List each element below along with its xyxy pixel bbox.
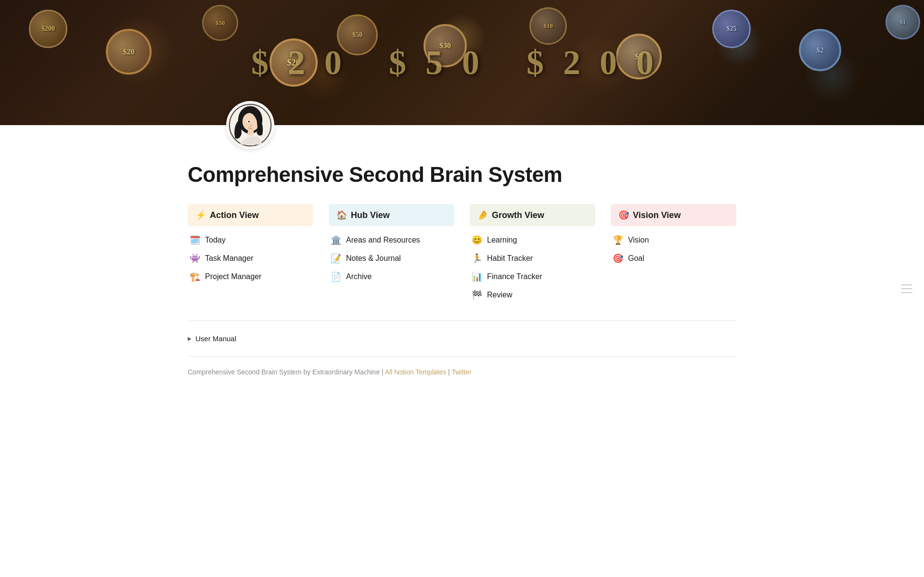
menu-item-emoji-action-2: 🏗️ xyxy=(190,271,201,282)
header-label-vision: Vision View xyxy=(633,210,680,220)
main-grid: ⚡Action View🗓️Today👾Task Manager🏗️Projec… xyxy=(188,204,736,305)
header-label-action: Action View xyxy=(210,210,259,220)
menu-item-label-hub-2: Archive xyxy=(346,272,372,281)
menu-item-emoji-growth-1: 🏃 xyxy=(472,253,483,264)
header-emoji-growth: 🤌 xyxy=(477,210,488,220)
scroll-line-1 xyxy=(901,284,912,285)
menu-item-hub-0[interactable]: 🏛️Areas and Resources xyxy=(329,232,454,248)
menu-item-hub-1[interactable]: 📝Notes & Journal xyxy=(329,250,454,267)
menu-item-label-hub-1: Notes & Journal xyxy=(346,254,401,263)
menu-item-action-1[interactable]: 👾Task Manager xyxy=(188,250,313,267)
menu-item-action-0[interactable]: 🗓️Today xyxy=(188,232,313,248)
scroll-line-3 xyxy=(901,292,912,293)
header-emoji-action: ⚡ xyxy=(195,210,206,220)
menu-item-label-action-2: Project Manager xyxy=(205,272,261,281)
menu-item-emoji-hub-0: 🏛️ xyxy=(331,235,342,245)
menu-item-emoji-growth-3: 🏁 xyxy=(472,290,483,300)
footer-link-twitter[interactable]: Twitter xyxy=(451,368,471,376)
column-header-hub[interactable]: 🏠Hub View xyxy=(329,204,454,226)
divider-2 xyxy=(188,356,736,357)
menu-item-hub-2[interactable]: 📄Archive xyxy=(329,269,454,285)
menu-item-emoji-growth-0: 😊 xyxy=(472,235,483,245)
divider-1 xyxy=(188,321,736,321)
footer: Comprehensive Second Brain System by Ext… xyxy=(188,368,736,376)
column-hub: 🏠Hub View🏛️Areas and Resources📝Notes & J… xyxy=(329,204,454,305)
menu-item-emoji-hub-1: 📝 xyxy=(331,253,342,264)
menu-item-vision-1[interactable]: 🎯Goal xyxy=(611,250,736,267)
column-header-vision[interactable]: 🎯Vision View xyxy=(611,204,736,226)
header-label-growth: Growth View xyxy=(492,210,544,220)
column-header-action[interactable]: ⚡Action View xyxy=(188,204,313,226)
menu-item-label-growth-0: Learning xyxy=(487,236,517,244)
menu-item-growth-3[interactable]: 🏁Review xyxy=(470,287,595,303)
column-action: ⚡Action View🗓️Today👾Task Manager🏗️Projec… xyxy=(188,204,313,305)
menu-item-emoji-growth-2: 📊 xyxy=(472,271,483,282)
menu-item-label-hub-0: Areas and Resources xyxy=(346,236,420,244)
menu-item-emoji-vision-0: 🏆 xyxy=(613,235,624,245)
menu-item-label-growth-1: Habit Tracker xyxy=(487,254,533,263)
header-emoji-hub: 🏠 xyxy=(336,210,347,220)
menu-item-label-growth-2: Finance Tracker xyxy=(487,272,542,281)
menu-item-label-growth-3: Review xyxy=(487,291,512,299)
menu-item-vision-0[interactable]: 🏆Vision xyxy=(611,232,736,248)
menu-item-label-action-1: Task Manager xyxy=(205,254,254,263)
scroll-indicator xyxy=(901,284,912,293)
header-label-hub: Hub View xyxy=(351,210,390,220)
page-title: Comprehensive Second Brain System xyxy=(188,163,736,187)
avatar xyxy=(226,101,274,149)
column-growth: 🤌Growth View😊Learning🏃Habit Tracker📊Fina… xyxy=(470,204,595,305)
menu-item-emoji-action-1: 👾 xyxy=(190,253,201,264)
svg-point-4 xyxy=(248,121,250,123)
column-header-growth[interactable]: 🤌Growth View xyxy=(470,204,595,226)
header-emoji-vision: 🎯 xyxy=(618,210,629,220)
menu-item-emoji-hub-2: 📄 xyxy=(331,271,342,282)
menu-item-action-2[interactable]: 🏗️Project Manager xyxy=(188,269,313,285)
menu-item-emoji-vision-1: 🎯 xyxy=(613,253,624,264)
hero-banner: $200 $20 $50 $20 $50 $30 $10 $5 $25 $2 $… xyxy=(0,0,924,125)
triangle-icon: ▶ xyxy=(188,336,192,341)
scroll-line-2 xyxy=(901,288,912,289)
menu-item-growth-2[interactable]: 📊Finance Tracker xyxy=(470,269,595,285)
menu-item-label-vision-1: Goal xyxy=(628,254,644,263)
menu-item-label-vision-0: Vision xyxy=(628,236,649,244)
menu-item-emoji-action-0: 🗓️ xyxy=(190,235,201,245)
user-manual-row[interactable]: ▶ User Manual xyxy=(188,333,736,345)
menu-item-growth-1[interactable]: 🏃Habit Tracker xyxy=(470,250,595,267)
footer-prefix: Comprehensive Second Brain System by Ext… xyxy=(188,368,384,376)
footer-link-templates[interactable]: All Notion Templates xyxy=(385,368,446,376)
menu-item-label-action-0: Today xyxy=(205,236,226,244)
svg-rect-5 xyxy=(248,130,254,136)
menu-item-growth-0[interactable]: 😊Learning xyxy=(470,232,595,248)
user-manual-label: User Manual xyxy=(195,334,236,343)
column-vision: 🎯Vision View🏆Vision🎯Goal xyxy=(611,204,736,305)
